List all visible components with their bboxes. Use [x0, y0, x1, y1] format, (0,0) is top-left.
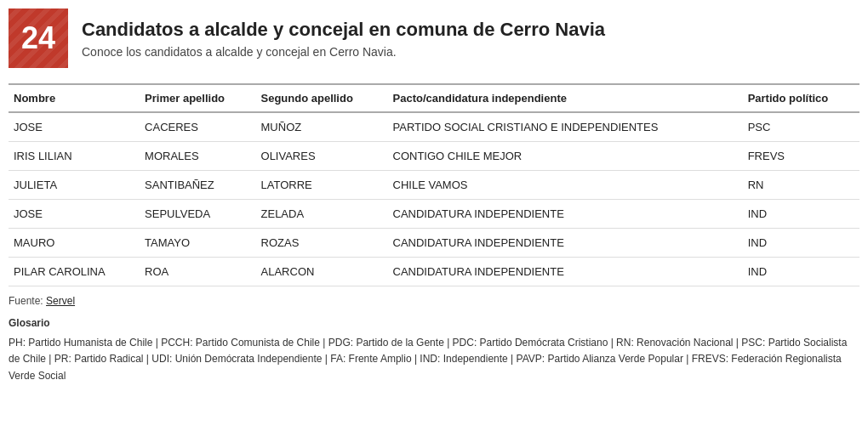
page-header: 24 Candidatos a alcalde y concejal en co… — [9, 9, 859, 68]
cell-nombre: JULIETA — [9, 171, 140, 200]
table-row: IRIS LILIANMORALESOLIVARESCONTIGO CHILE … — [9, 142, 859, 171]
badge-label: 24 — [21, 20, 55, 56]
cell-segundo_apellido: OLIVARES — [256, 142, 388, 171]
candidates-table: Nombre Primer apellido Segundo apellido … — [9, 83, 859, 286]
header-text: Candidatos a alcalde y concejal en comun… — [82, 18, 605, 60]
cell-nombre: JOSE — [9, 200, 140, 229]
cell-pacto: CANDIDATURA INDEPENDIENTE — [388, 200, 743, 229]
cell-partido: IND — [743, 229, 859, 258]
glossary-title: Glosario — [9, 315, 859, 332]
page-title: Candidatos a alcalde y concejal en comun… — [82, 18, 605, 43]
cell-primer_apellido: ROA — [140, 258, 255, 286]
cell-primer_apellido: TAMAYO — [140, 229, 255, 258]
cell-nombre: IRIS LILIAN — [9, 142, 140, 171]
cell-primer_apellido: SANTIBAÑEZ — [140, 171, 255, 200]
cell-partido: FREVS — [743, 142, 859, 171]
table-row: PILAR CAROLINAROAALARCONCANDIDATURA INDE… — [9, 258, 859, 286]
col-partido: Partido político — [743, 84, 859, 112]
badge-number: 24 — [9, 9, 68, 68]
glossary-text: PH: Partido Humanista de Chile | PCCH: P… — [9, 337, 847, 381]
cell-pacto: CHILE VAMOS — [388, 171, 743, 200]
table-header-row: Nombre Primer apellido Segundo apellido … — [9, 84, 859, 112]
source-section: Fuente: Servel — [9, 295, 859, 307]
cell-primer_apellido: SEPULVEDA — [140, 200, 255, 229]
cell-pacto: CANDIDATURA INDEPENDIENTE — [388, 229, 743, 258]
cell-partido: IND — [743, 258, 859, 286]
cell-pacto: PARTIDO SOCIAL CRISTIANO E INDEPENDIENTE… — [388, 112, 743, 142]
cell-segundo_apellido: LATORRE — [256, 171, 388, 200]
col-primer-apellido: Primer apellido — [140, 84, 255, 112]
col-segundo-apellido: Segundo apellido — [256, 84, 388, 112]
col-nombre: Nombre — [9, 84, 140, 112]
source-label: Fuente: — [9, 295, 43, 307]
cell-primer_apellido: CACERES — [140, 112, 255, 142]
source-link[interactable]: Servel — [46, 295, 75, 307]
cell-primer_apellido: MORALES — [140, 142, 255, 171]
cell-pacto: CANDIDATURA INDEPENDIENTE — [388, 258, 743, 286]
cell-partido: IND — [743, 200, 859, 229]
cell-segundo_apellido: MUÑOZ — [256, 112, 388, 142]
table-row: JOSECACERESMUÑOZPARTIDO SOCIAL CRISTIANO… — [9, 112, 859, 142]
page-subtitle: Conoce los candidatos a alcalde y concej… — [82, 45, 605, 59]
cell-nombre: PILAR CAROLINA — [9, 258, 140, 286]
cell-nombre: JOSE — [9, 112, 140, 142]
cell-segundo_apellido: ALARCON — [256, 258, 388, 286]
table-row: JOSESEPULVEDAZELADACANDIDATURA INDEPENDI… — [9, 200, 859, 229]
cell-segundo_apellido: ROZAS — [256, 229, 388, 258]
cell-partido: RN — [743, 171, 859, 200]
cell-partido: PSC — [743, 112, 859, 142]
table-row: JULIETASANTIBAÑEZLATORRECHILE VAMOSRN — [9, 171, 859, 200]
cell-nombre: MAURO — [9, 229, 140, 258]
col-pacto: Pacto/candidatura independiente — [388, 84, 743, 112]
table-row: MAUROTAMAYOROZASCANDIDATURA INDEPENDIENT… — [9, 229, 859, 258]
cell-segundo_apellido: ZELADA — [256, 200, 388, 229]
glossary-section: Glosario PH: Partido Humanista de Chile … — [9, 315, 859, 384]
cell-pacto: CONTIGO CHILE MEJOR — [388, 142, 743, 171]
